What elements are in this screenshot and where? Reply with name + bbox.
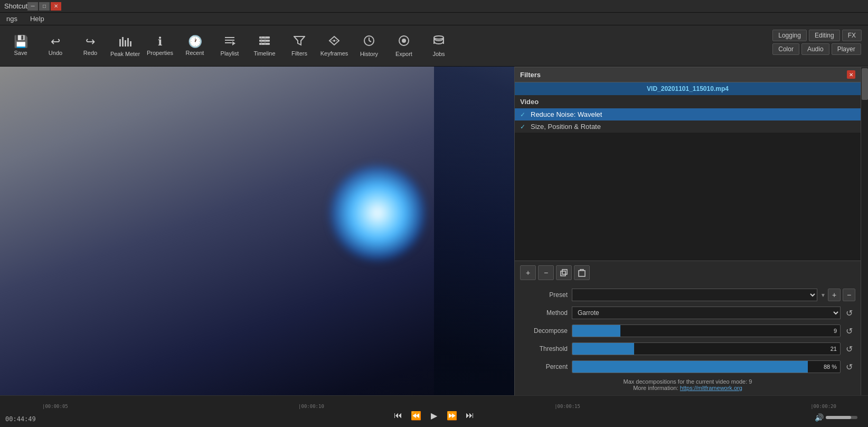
close-button[interactable]: ✕	[51, 2, 61, 11]
audio-button[interactable]: Audio	[801, 43, 829, 55]
rewind-button[interactable]: ⏪	[409, 408, 423, 423]
keyframes-button[interactable]: Keyframes	[318, 27, 351, 64]
fx-button[interactable]: FX	[842, 30, 862, 41]
info-text: Max decompositions for the current video…	[520, 378, 855, 391]
play-button[interactable]: ▶	[427, 408, 441, 423]
properties-button[interactable]: ℹ Properties	[144, 27, 176, 64]
svg-point-23	[434, 36, 444, 39]
threshold-value: 21	[831, 346, 837, 352]
svg-rect-0	[119, 39, 121, 47]
svg-marker-14	[294, 36, 305, 45]
method-input-row: Garrote Hard Soft ↺	[572, 307, 855, 319]
player-button[interactable]: Player	[832, 43, 861, 55]
decompose-fill	[572, 325, 620, 337]
maximize-button[interactable]: □	[39, 2, 50, 11]
method-reset-button[interactable]: ↺	[843, 307, 855, 319]
volume-fill	[826, 416, 851, 419]
filter-label-size-position: Size, Position & Rotate	[531, 123, 601, 131]
video-section-header: Video	[515, 95, 861, 108]
fast-forward-button[interactable]: ⏩	[445, 408, 459, 423]
copy-filter-button[interactable]	[556, 265, 572, 280]
info-link[interactable]: https://mltframework.org	[680, 385, 742, 391]
filters-close-button[interactable]: ✕	[847, 70, 855, 79]
undo-button[interactable]: ↩ Undo	[39, 27, 72, 64]
remove-filter-button[interactable]: −	[538, 265, 554, 280]
decompose-slider[interactable]: 9	[572, 324, 841, 337]
toolbar: 💾 Save ↩ Undo ↪ Redo Peak Meter ℹ Proper…	[0, 25, 868, 67]
editing-button[interactable]: Editing	[809, 30, 840, 41]
percent-label: Percent	[520, 363, 568, 370]
redo-icon: ↪	[86, 36, 95, 48]
svg-rect-3	[127, 38, 129, 47]
threshold-slider[interactable]: 21	[572, 342, 841, 355]
percent-slider[interactable]: 88 %	[572, 360, 841, 373]
decompose-row: Decompose 9 ↺	[520, 324, 855, 337]
add-filter-button[interactable]: +	[520, 265, 536, 280]
paste-icon	[578, 268, 586, 277]
history-icon	[363, 35, 375, 49]
minimize-button[interactable]: ─	[27, 2, 38, 11]
svg-point-22	[402, 39, 406, 43]
recent-icon: 🕐	[188, 36, 202, 48]
filter-list-empty-area	[515, 133, 861, 261]
scroll-area[interactable]	[861, 67, 868, 395]
copy-icon	[560, 268, 568, 277]
filter-item-size-position[interactable]: ✓ Size, Position & Rotate	[515, 120, 861, 133]
threshold-label: Threshold	[520, 345, 568, 352]
skip-to-start-button[interactable]: ⏮	[391, 408, 405, 423]
filter-item-reduce-noise[interactable]: ✓ Reduce Noise: Wavelet	[515, 108, 861, 120]
tick-0: |00:00:05	[42, 404, 68, 412]
method-label: Method	[520, 309, 568, 317]
threshold-input-row: 21 ↺	[572, 342, 855, 355]
skip-to-end-button[interactable]: ⏭	[463, 408, 477, 423]
volume-slider[interactable]	[826, 416, 857, 419]
percent-reset-button[interactable]: ↺	[843, 360, 855, 373]
recent-button[interactable]: 🕐 Recent	[178, 27, 211, 64]
menu-item-help[interactable]: Help	[27, 14, 48, 24]
tick-1: |00:00:10	[298, 404, 324, 412]
logging-button[interactable]: Logging	[772, 30, 807, 41]
jobs-icon	[433, 35, 445, 49]
preset-remove-button[interactable]: −	[843, 289, 855, 301]
playlist-label: Playlist	[221, 50, 239, 57]
export-icon	[398, 35, 410, 49]
svg-rect-4	[130, 41, 131, 47]
jobs-button[interactable]: Jobs	[422, 27, 455, 64]
filters-panel-title: Filters	[520, 71, 541, 79]
save-button[interactable]: 💾 Save	[4, 27, 37, 64]
export-button[interactable]: Export	[388, 27, 420, 64]
paste-filter-button[interactable]	[574, 265, 590, 280]
timeline-button[interactable]: Timeline	[248, 27, 281, 64]
playlist-button[interactable]: Playlist	[213, 27, 246, 64]
filters-icon	[294, 35, 305, 48]
menu-item-ngs[interactable]: ngs	[3, 14, 21, 24]
threshold-reset-button[interactable]: ↺	[843, 342, 855, 355]
filters-toolbar: + −	[515, 261, 861, 284]
threshold-row: Threshold 21 ↺	[520, 342, 855, 355]
info-line-2: More information: https://mltframework.o…	[525, 385, 850, 391]
history-button[interactable]: History	[353, 27, 385, 64]
preset-add-button[interactable]: +	[828, 289, 841, 301]
method-select[interactable]: Garrote Hard Soft	[572, 307, 841, 319]
percent-value: 88 %	[824, 364, 837, 370]
filters-button[interactable]: Filters	[283, 27, 316, 64]
redo-button[interactable]: ↪ Redo	[74, 27, 107, 64]
svg-rect-11	[259, 43, 270, 45]
peak-meter-button[interactable]: Peak Meter	[109, 27, 141, 64]
export-label: Export	[395, 51, 412, 57]
decompose-reset-button[interactable]: ↺	[843, 324, 855, 337]
preset-select[interactable]	[572, 289, 817, 301]
keyframes-label: Keyframes	[320, 50, 348, 57]
threshold-fill	[572, 343, 634, 355]
check-icon-size-position: ✓	[520, 123, 527, 131]
filter-properties: Preset ▼ + − Method Garro	[515, 284, 861, 395]
preset-row: Preset ▼ + −	[520, 289, 855, 301]
workspace-row-2: Color Audio Player	[772, 43, 862, 55]
decompose-value: 9	[834, 328, 837, 334]
svg-rect-28	[579, 271, 585, 276]
svg-rect-2	[125, 40, 126, 47]
color-button[interactable]: Color	[772, 43, 799, 55]
undo-label: Undo	[49, 50, 62, 56]
filters-panel: Filters ✕ VID_20201101_115010.mp4 Video …	[514, 67, 868, 395]
info-line-1: Max decompositions for the current video…	[525, 378, 850, 385]
